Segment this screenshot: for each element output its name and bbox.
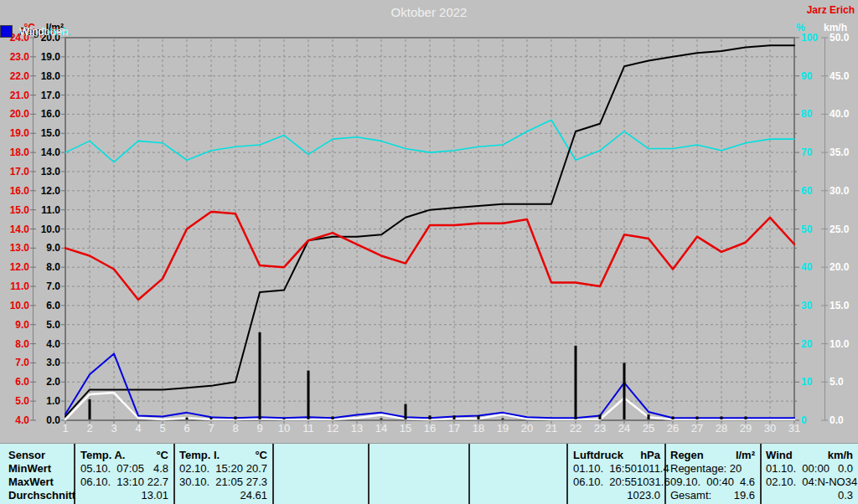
svg-text:19: 19	[497, 422, 509, 435]
table-column-rain: Regenl/m² Regentage: 20 09.10. 00:404.6 …	[670, 448, 755, 501]
min-date: 01.10. 16:50	[573, 462, 637, 475]
svg-text:60: 60	[801, 185, 813, 197]
svg-text:13: 13	[351, 422, 363, 435]
min-date: 05.10. 07:05	[80, 462, 144, 475]
svg-text:14.0: 14.0	[10, 224, 30, 235]
svg-text:6.0: 6.0	[15, 376, 29, 388]
svg-text:30: 30	[764, 422, 776, 435]
min-value: 0.0	[838, 462, 853, 475]
table-column-temp-i: Temp. I.°C 02.10. 15:2020.7 30.10. 21:05…	[179, 448, 267, 501]
svg-text:23: 23	[594, 422, 606, 435]
row-label: MinWert	[8, 461, 72, 475]
column-name: Temp. I.	[179, 449, 220, 461]
max-value: 22.7	[147, 476, 168, 488]
table-separator	[272, 444, 274, 504]
svg-text:50: 50	[801, 224, 813, 235]
avg-value: 19.6	[734, 489, 755, 501]
max-date: 06.10. 20:55	[573, 476, 637, 488]
svg-text:18.0: 18.0	[41, 70, 61, 82]
svg-text:19.0: 19.0	[10, 127, 30, 139]
max-value: 1031.6	[637, 476, 670, 488]
svg-text:15.0: 15.0	[41, 127, 61, 139]
gusts-series-swatch-icon	[0, 25, 13, 38]
svg-text:4.0: 4.0	[46, 338, 60, 350]
table-column-wind: Windkm/h 01.10. 00:000.0 02.10. 04:N-NO3…	[766, 448, 853, 501]
svg-text:5.0: 5.0	[15, 395, 29, 407]
svg-text:18.0: 18.0	[10, 147, 30, 158]
svg-text:0.0: 0.0	[46, 414, 60, 426]
legend-item-gusts: Windböen	[0, 25, 69, 38]
column-unit: °C	[156, 449, 168, 461]
svg-text:13.0: 13.0	[10, 242, 30, 254]
svg-text:9: 9	[256, 422, 262, 435]
axis-unit-wind: km/h	[824, 22, 847, 33]
row-label: Durchschnitt	[8, 488, 72, 501]
svg-text:5.0: 5.0	[830, 376, 844, 388]
min-value: 20.7	[246, 462, 267, 475]
svg-text:3.0: 3.0	[46, 357, 60, 368]
svg-text:1.0: 1.0	[46, 395, 60, 407]
svg-text:25.0: 25.0	[830, 224, 850, 235]
table-column-row-labels: Sensor MinWert MaxWert Durchschnitt	[8, 448, 72, 501]
min-date: 01.10. 00:00	[766, 462, 830, 475]
svg-text:4.0: 4.0	[15, 414, 29, 426]
svg-text:50.0: 50.0	[830, 32, 850, 44]
svg-text:21: 21	[545, 422, 557, 435]
svg-text:80: 80	[801, 108, 813, 120]
svg-text:23.0: 23.0	[10, 51, 30, 63]
svg-text:20: 20	[801, 338, 813, 350]
author-name: Jarz Erich	[807, 4, 855, 16]
svg-text:14: 14	[375, 422, 387, 435]
table-separator	[173, 444, 175, 504]
min-value: 4.8	[153, 462, 168, 475]
svg-text:8.0: 8.0	[15, 338, 29, 350]
svg-text:40.0: 40.0	[830, 108, 850, 120]
column-name: Regen	[670, 449, 704, 461]
svg-text:17.0: 17.0	[10, 166, 30, 177]
svg-text:7.0: 7.0	[46, 280, 60, 292]
svg-text:9.0: 9.0	[15, 319, 29, 331]
svg-text:8: 8	[232, 422, 238, 435]
svg-text:10: 10	[801, 376, 813, 388]
svg-text:5: 5	[159, 422, 165, 435]
svg-text:2: 2	[86, 422, 92, 435]
max-date: 30.10. 21:05	[179, 476, 243, 488]
svg-text:5.0: 5.0	[46, 319, 60, 331]
chart-title: Oktober 2022	[0, 5, 858, 19]
svg-text:15.0: 15.0	[10, 204, 30, 216]
svg-text:2.0: 2.0	[46, 376, 60, 388]
svg-text:0: 0	[801, 414, 807, 426]
table-separator	[566, 444, 568, 504]
svg-text:6: 6	[183, 422, 189, 435]
svg-text:35.0: 35.0	[830, 147, 850, 158]
max-value: 34.2	[845, 476, 858, 488]
svg-text:7.0: 7.0	[15, 357, 29, 368]
svg-text:29: 29	[740, 422, 752, 435]
svg-text:30.0: 30.0	[830, 185, 850, 197]
table-separator	[760, 444, 762, 504]
min-date: 02.10. 15:20	[179, 462, 243, 475]
table-separator	[368, 444, 370, 504]
svg-text:26: 26	[667, 422, 679, 435]
svg-text:11.0: 11.0	[41, 204, 60, 216]
svg-text:28: 28	[716, 422, 727, 435]
svg-text:16.0: 16.0	[10, 185, 30, 197]
svg-text:15.0: 15.0	[830, 300, 850, 311]
svg-text:14.0: 14.0	[41, 147, 61, 158]
svg-text:8.0: 8.0	[46, 261, 60, 273]
max-value: 4.6	[740, 476, 755, 488]
svg-text:100: 100	[801, 32, 818, 44]
svg-text:30: 30	[801, 300, 813, 311]
table-separator	[468, 444, 470, 504]
svg-text:19.0: 19.0	[41, 51, 61, 63]
legend-label: Windböen	[19, 25, 69, 38]
svg-text:16: 16	[424, 422, 436, 435]
svg-text:12.0: 12.0	[41, 185, 61, 197]
weather-app-screen: 4.05.06.07.08.09.010.011.012.013.014.015…	[0, 0, 858, 504]
svg-text:22: 22	[570, 422, 581, 435]
column-unit: hPa	[640, 449, 660, 461]
svg-text:6.0: 6.0	[46, 300, 60, 311]
avg-label: Gesamt:	[670, 489, 711, 501]
column-unit: l/m²	[736, 449, 755, 461]
min-date: Regentage: 20	[670, 462, 742, 475]
